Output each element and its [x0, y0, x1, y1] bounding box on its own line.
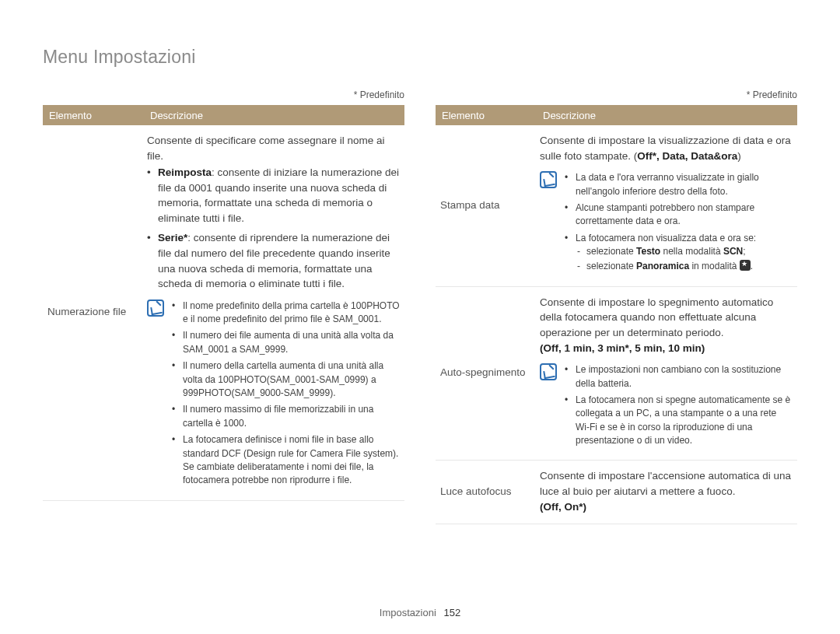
note-icon [540, 171, 557, 188]
note-list: Le impostazioni non cambiano con la sost… [565, 363, 793, 447]
row-description: Consente di impostare l'accensione autom… [540, 468, 793, 514]
options-text: (Off, On*) [540, 499, 793, 515]
option-name: Serie* [158, 232, 187, 243]
table-row: Luce autofocus Consente di impostare l'a… [436, 461, 797, 524]
note-list: La data e l'ora verranno visualizzate in… [565, 171, 793, 274]
row-element-label: Stampa data [440, 133, 540, 277]
footer-section: Impostazioni [380, 607, 436, 618]
option-text: : consente di riprendere la numerazione … [158, 232, 390, 289]
intro-text: Consente di impostare lo spegnimento aut… [540, 295, 793, 341]
table-header-left: Elemento Descrizione [43, 105, 404, 125]
th-element: Elemento [43, 110, 145, 121]
intro-text: Consente di impostare l'accensione autom… [540, 470, 791, 497]
list-item: Reimposta: consente di iniziare la numer… [158, 165, 400, 226]
note-icon [147, 299, 164, 317]
page-title: Menu Impostazioni [43, 47, 797, 68]
predefinito-label-right: * Predefinito [436, 89, 797, 100]
mode-panoramica: Panoramica [636, 261, 689, 271]
mode-scn: SCN [723, 246, 743, 257]
row-description: Consente di impostare lo spegnimento aut… [540, 295, 793, 451]
list-item: La fotocamera non visualizza data e ora … [576, 232, 793, 274]
options-text: Off*, Data, Data&ora [637, 150, 737, 162]
note-content: Il nome predefinito della prima cartella… [172, 298, 400, 491]
predefinito-label-left: * Predefinito [43, 89, 404, 100]
t: nella modalità [660, 246, 723, 257]
list-item: Le impostazioni non cambiano con la sost… [576, 363, 793, 391]
page-footer: Impostazioni 152 [0, 607, 840, 618]
note-content: Le impostazioni non cambiano con la sost… [565, 362, 793, 450]
note-subtext: La fotocamera non visualizza data e ora … [576, 233, 756, 243]
option-name: Reimposta [158, 166, 212, 178]
mode-text: Testo [636, 246, 660, 257]
list-item: Alcune stampanti potrebbero non stampare… [576, 201, 793, 229]
list-item: Il numero della cartella aumenta di una … [183, 359, 400, 400]
t: ; [743, 246, 745, 257]
intro-text: Consente di specificare come assegnare i… [147, 133, 400, 163]
dash-list: selezionate Testo nella modalità SCN; se… [576, 245, 793, 274]
option-list: Reimposta: consente di iniziare la numer… [147, 165, 400, 292]
two-column-layout: * Predefinito Elemento Descrizione Numer… [43, 89, 797, 524]
options-text: (Off, 1 min, 3 min*, 5 min, 10 min) [540, 341, 793, 356]
row-description: Consente di impostare la visualizzazione… [540, 133, 793, 277]
closing-paren: ) [737, 150, 741, 162]
row-description: Consente di specificare come assegnare i… [147, 133, 400, 491]
table-row: Auto-spegnimento Consente di impostare l… [436, 287, 797, 461]
manual-page: Menu Impostazioni * Predefinito Elemento… [0, 0, 840, 634]
note-icon [540, 363, 557, 380]
list-item: Serie*: consente di riprendere la numera… [158, 230, 400, 291]
list-item: selezionate Testo nella modalità SCN; [586, 245, 793, 258]
th-description: Descrizione [145, 110, 404, 121]
note-content: La data e l'ora verranno visualizzate in… [565, 170, 793, 277]
list-item: Il numero dei file aumenta di una unità … [183, 329, 400, 356]
row-element-label: Luce autofocus [440, 468, 540, 514]
t: . [751, 261, 753, 271]
left-column: * Predefinito Elemento Descrizione Numer… [43, 89, 404, 524]
list-item: selezionate Panoramica in modalità . [586, 260, 793, 273]
note-box: Il nome predefinito della prima cartella… [147, 298, 400, 491]
t: selezionate [586, 246, 636, 257]
table-header-right: Elemento Descrizione [436, 105, 797, 125]
t: in modalità [689, 261, 740, 271]
th-element: Elemento [436, 110, 538, 121]
table-row: Numerazione file Consente di specificare… [43, 125, 404, 501]
list-item: Il numero massimo di file memorizzabili … [183, 403, 400, 430]
mode-star-icon [740, 260, 751, 271]
t: selezionate [586, 261, 636, 271]
note-box: La data e l'ora verranno visualizzate in… [540, 170, 793, 277]
list-item: Il nome predefinito della prima cartella… [183, 299, 400, 327]
th-description: Descrizione [538, 110, 797, 121]
list-item: La fotocamera definisce i nomi file in b… [183, 433, 400, 488]
right-column: * Predefinito Elemento Descrizione Stamp… [436, 89, 797, 524]
page-number: 152 [443, 607, 460, 618]
note-list: Il nome predefinito della prima cartella… [172, 299, 400, 488]
list-item: La data e l'ora verranno visualizzate in… [576, 171, 793, 198]
list-item: La fotocamera non si spegne automaticame… [576, 394, 793, 448]
table-row: Stampa data Consente di impostare la vis… [436, 125, 797, 287]
row-element-label: Auto-spegnimento [440, 295, 540, 451]
note-box: Le impostazioni non cambiano con la sost… [540, 362, 793, 450]
row-element-label: Numerazione file [47, 133, 147, 491]
